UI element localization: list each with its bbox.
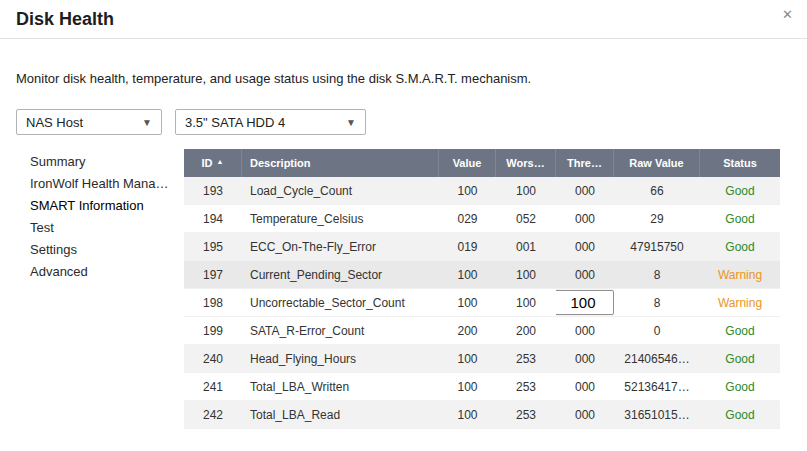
cell-worst: 253 bbox=[496, 401, 556, 428]
cell-id: 197 bbox=[184, 261, 242, 288]
sidebar-item-settings[interactable]: Settings bbox=[30, 239, 184, 261]
sidebar: SummaryIronWolf Health Mana…SMART Inform… bbox=[0, 149, 184, 429]
cell-value: 200 bbox=[439, 317, 496, 344]
cell-worst: 200 bbox=[496, 317, 556, 344]
status-badge: Good bbox=[700, 233, 780, 260]
table-row[interactable]: 242Total_LBA_Read10025300031651015…Good bbox=[184, 401, 780, 429]
status-badge: Good bbox=[700, 345, 780, 372]
cell-id: 242 bbox=[184, 401, 242, 428]
chevron-down-icon: ▼ bbox=[142, 117, 152, 128]
disk-health-window: Disk Health ✕ Monitor disk health, tempe… bbox=[0, 0, 808, 451]
cell-description: ECC_On-The-Fly_Error bbox=[242, 233, 439, 260]
cell-threshold: 000 bbox=[556, 373, 614, 400]
chevron-down-icon: ▼ bbox=[346, 117, 356, 128]
cell-value: 100 bbox=[439, 289, 496, 316]
cell-raw: 8 bbox=[614, 289, 700, 316]
cell-value: 029 bbox=[439, 205, 496, 232]
smart-table: ID ▲ Description Value Wors… Thre… Raw V… bbox=[184, 149, 780, 429]
cell-worst: 100 bbox=[496, 261, 556, 288]
cell-description: Load_Cycle_Count bbox=[242, 177, 439, 204]
cell-threshold: 000 bbox=[556, 261, 614, 288]
cell-description: Head_Flying_Hours bbox=[242, 345, 439, 372]
cell-threshold: 000 bbox=[556, 317, 614, 344]
cell-worst: 052 bbox=[496, 205, 556, 232]
cell-id: 193 bbox=[184, 177, 242, 204]
table-row[interactable]: 198Uncorrectable_Sector_Count1001008Warn… bbox=[184, 289, 780, 317]
cell-description: Temperature_Celsius bbox=[242, 205, 439, 232]
cell-raw: 66 bbox=[614, 177, 700, 204]
cell-raw: 8 bbox=[614, 261, 700, 288]
cell-id: 241 bbox=[184, 373, 242, 400]
status-badge: Good bbox=[700, 177, 780, 204]
cell-id: 194 bbox=[184, 205, 242, 232]
sidebar-item-advanced[interactable]: Advanced bbox=[30, 261, 184, 283]
table-row[interactable]: 197Current_Pending_Sector1001000008Warni… bbox=[184, 261, 780, 289]
cell-worst: 100 bbox=[496, 289, 556, 316]
smart-table-body: 193Load_Cycle_Count10010000066Good194Tem… bbox=[184, 177, 780, 429]
cell-value: 100 bbox=[439, 401, 496, 428]
cell-threshold bbox=[556, 289, 614, 316]
cell-value: 100 bbox=[439, 177, 496, 204]
column-header-raw-value[interactable]: Raw Value bbox=[614, 149, 700, 177]
status-badge: Good bbox=[700, 317, 780, 344]
cell-value: 100 bbox=[439, 373, 496, 400]
disk-dropdown[interactable]: 3.5" SATA HDD 4 ▼ bbox=[175, 109, 366, 135]
close-icon[interactable]: ✕ bbox=[778, 6, 797, 23]
cell-description: Current_Pending_Sector bbox=[242, 261, 439, 288]
nas-host-value: NAS Host bbox=[26, 115, 83, 130]
page-title: Disk Health bbox=[16, 9, 114, 30]
sort-asc-icon: ▲ bbox=[217, 158, 224, 165]
cell-raw: 31651015… bbox=[614, 401, 700, 428]
cell-worst: 100 bbox=[496, 177, 556, 204]
disk-value: 3.5" SATA HDD 4 bbox=[185, 115, 285, 130]
table-row[interactable]: 241Total_LBA_Written10025300052136417…Go… bbox=[184, 373, 780, 401]
cell-id: 198 bbox=[184, 289, 242, 316]
column-header-description[interactable]: Description bbox=[242, 149, 439, 177]
status-badge: Warning bbox=[700, 289, 780, 316]
cell-threshold: 000 bbox=[556, 205, 614, 232]
cell-threshold: 000 bbox=[556, 233, 614, 260]
cell-id: 199 bbox=[184, 317, 242, 344]
table-row[interactable]: 193Load_Cycle_Count10010000066Good bbox=[184, 177, 780, 205]
titlebar: Disk Health ✕ bbox=[0, 0, 807, 39]
cell-threshold: 000 bbox=[556, 401, 614, 428]
table-row[interactable]: 195ECC_On-The-Fly_Error01900100047915750… bbox=[184, 233, 780, 261]
content-area: SummaryIronWolf Health Mana…SMART Inform… bbox=[0, 149, 807, 429]
cell-description: SATA_R-Error_Count bbox=[242, 317, 439, 344]
cell-worst: 253 bbox=[496, 373, 556, 400]
cell-description: Uncorrectable_Sector_Count bbox=[242, 289, 439, 316]
sidebar-item-summary[interactable]: Summary bbox=[30, 151, 184, 173]
status-badge: Good bbox=[700, 373, 780, 400]
column-header-id[interactable]: ID ▲ bbox=[184, 149, 242, 177]
description-text: Monitor disk health, temperature, and us… bbox=[16, 71, 791, 86]
cell-raw: 0 bbox=[614, 317, 700, 344]
cell-threshold: 000 bbox=[556, 345, 614, 372]
status-badge: Good bbox=[700, 401, 780, 428]
cell-description: Total_LBA_Read bbox=[242, 401, 439, 428]
table-row[interactable]: 194Temperature_Celsius02905200029Good bbox=[184, 205, 780, 233]
threshold-input[interactable] bbox=[556, 290, 614, 315]
cell-description: Total_LBA_Written bbox=[242, 373, 439, 400]
cell-id: 240 bbox=[184, 345, 242, 372]
nas-host-dropdown[interactable]: NAS Host ▼ bbox=[16, 109, 162, 135]
cell-raw: 52136417… bbox=[614, 373, 700, 400]
table-row[interactable]: 240Head_Flying_Hours10025300021406546…Go… bbox=[184, 345, 780, 373]
cell-value: 100 bbox=[439, 261, 496, 288]
column-header-threshold[interactable]: Thre… bbox=[556, 149, 614, 177]
cell-worst: 253 bbox=[496, 345, 556, 372]
status-badge: Warning bbox=[700, 261, 780, 288]
cell-value: 100 bbox=[439, 345, 496, 372]
cell-value: 019 bbox=[439, 233, 496, 260]
table-row[interactable]: 199SATA_R-Error_Count2002000000Good bbox=[184, 317, 780, 345]
cell-raw: 21406546… bbox=[614, 345, 700, 372]
selector-row: NAS Host ▼ 3.5" SATA HDD 4 ▼ bbox=[16, 109, 791, 135]
sidebar-item-smart-information[interactable]: SMART Information bbox=[30, 195, 184, 217]
table-header: ID ▲ Description Value Wors… Thre… Raw V… bbox=[184, 149, 780, 177]
column-header-worst[interactable]: Wors… bbox=[496, 149, 556, 177]
column-header-status[interactable]: Status bbox=[700, 149, 780, 177]
cell-raw: 29 bbox=[614, 205, 700, 232]
sidebar-item-test[interactable]: Test bbox=[30, 217, 184, 239]
sidebar-item-ironwolf-health-mana[interactable]: IronWolf Health Mana… bbox=[30, 173, 184, 195]
column-header-value[interactable]: Value bbox=[439, 149, 496, 177]
status-badge: Good bbox=[700, 205, 780, 232]
